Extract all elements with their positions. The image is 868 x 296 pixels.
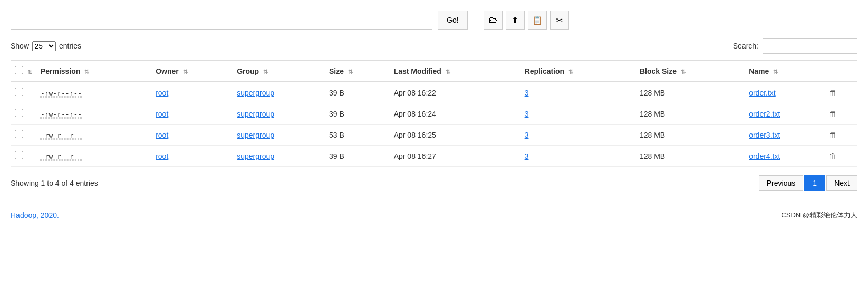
filename-link[interactable]: order4.txt xyxy=(749,152,780,160)
lastmodified-cell: Apr 08 16:27 xyxy=(390,146,520,167)
row-checkbox-3[interactable] xyxy=(15,151,23,159)
document-icon-button[interactable]: 📋 xyxy=(528,11,547,30)
delete-icon[interactable]: 🗑 xyxy=(829,151,837,160)
col-actions xyxy=(825,61,858,82)
owner-link[interactable]: root xyxy=(156,131,168,139)
replication-link[interactable]: 3 xyxy=(525,152,529,160)
entries-suffix: entries xyxy=(59,42,81,50)
col-blocksize: Block Size ⇅ xyxy=(635,61,745,82)
page-1-button[interactable]: 1 xyxy=(804,175,825,191)
delete-icon[interactable]: 🗑 xyxy=(829,130,837,139)
footer-right: CSDN @精彩绝伦体力人 xyxy=(781,211,857,220)
lastmodified-cell: Apr 08 16:24 xyxy=(390,103,520,125)
upload-icon-button[interactable]: ⬆ xyxy=(506,11,525,30)
sort-replication-icon[interactable]: ⇅ xyxy=(568,69,573,75)
next-button[interactable]: Next xyxy=(826,175,857,191)
permission-cell: -rw-r--r-- xyxy=(41,110,82,118)
replication-link[interactable]: 3 xyxy=(525,110,529,118)
permission-cell: -rw-r--r-- xyxy=(41,131,82,139)
col-name: Name ⇅ xyxy=(745,61,824,82)
permission-cell: -rw-r--r-- xyxy=(41,89,82,97)
files-table: ⇅ Permission ⇅ Owner ⇅ Group ⇅ Size ⇅ xyxy=(11,60,857,167)
owner-link[interactable]: root xyxy=(156,152,168,160)
blocksize-cell: 128 MB xyxy=(635,125,745,146)
blocksize-cell: 128 MB xyxy=(635,146,745,167)
size-cell: 39 B xyxy=(325,146,390,167)
col-lastmodified: Last Modified ⇅ xyxy=(390,61,520,82)
delete-icon[interactable]: 🗑 xyxy=(829,109,837,118)
size-cell: 53 B xyxy=(325,125,390,146)
go-button[interactable]: Go! xyxy=(438,11,468,30)
sort-permission-icon[interactable]: ⇅ xyxy=(84,69,89,75)
col-replication: Replication ⇅ xyxy=(520,61,635,82)
col-size: Size ⇅ xyxy=(325,61,390,82)
blocksize-cell: 128 MB xyxy=(635,82,745,103)
previous-button[interactable]: Previous xyxy=(759,175,803,191)
table-row: -rw-r--r-- root supergroup 39 B Apr 08 1… xyxy=(11,103,857,125)
filename-link[interactable]: order3.txt xyxy=(749,131,780,139)
path-input[interactable]: /user/hive/warehouse/itcast.db/tb_order xyxy=(11,11,432,30)
col-owner: Owner ⇅ xyxy=(151,61,233,82)
sort-size-icon[interactable]: ⇅ xyxy=(348,69,353,75)
document-icon: 📋 xyxy=(532,15,543,25)
lastmodified-cell: Apr 08 16:22 xyxy=(390,82,520,103)
filename-link[interactable]: order2.txt xyxy=(749,110,780,118)
replication-link[interactable]: 3 xyxy=(525,89,529,97)
sort-group-icon[interactable]: ⇅ xyxy=(263,69,268,75)
group-link[interactable]: supergroup xyxy=(237,152,274,160)
group-link[interactable]: supergroup xyxy=(237,89,274,97)
group-link[interactable]: supergroup xyxy=(237,110,274,118)
search-input[interactable] xyxy=(763,38,857,54)
filename-link[interactable]: order.txt xyxy=(749,89,776,97)
size-cell: 39 B xyxy=(325,82,390,103)
size-cell: 39 B xyxy=(325,103,390,125)
sort-all-icon: ⇅ xyxy=(27,69,32,75)
row-checkbox-1[interactable] xyxy=(15,109,23,117)
sort-owner-icon[interactable]: ⇅ xyxy=(183,69,188,75)
entries-select[interactable]: 10 25 50 100 xyxy=(32,41,56,51)
sort-lastmodified-icon[interactable]: ⇅ xyxy=(446,69,450,75)
row-checkbox-2[interactable] xyxy=(15,130,23,138)
search-label: Search: xyxy=(733,42,758,50)
sort-blocksize-icon[interactable]: ⇅ xyxy=(681,69,686,75)
owner-link[interactable]: root xyxy=(156,89,168,97)
table-row: -rw-r--r-- root supergroup 39 B Apr 08 1… xyxy=(11,82,857,103)
table-row: -rw-r--r-- root supergroup 39 B Apr 08 1… xyxy=(11,146,857,167)
sort-name-icon[interactable]: ⇅ xyxy=(773,69,778,75)
group-link[interactable]: supergroup xyxy=(237,131,274,139)
lastmodified-cell: Apr 08 16:25 xyxy=(390,125,520,146)
delete-icon[interactable]: 🗑 xyxy=(829,88,837,97)
permission-cell: -rw-r--r-- xyxy=(41,152,82,160)
col-permission: Permission ⇅ xyxy=(36,61,151,82)
col-group: Group ⇅ xyxy=(233,61,325,82)
folder-icon-button[interactable]: 🗁 xyxy=(484,11,503,30)
footer-left: Hadoop, 2020. xyxy=(11,211,59,219)
folder-icon: 🗁 xyxy=(489,15,497,25)
select-all-checkbox[interactable] xyxy=(15,66,23,74)
replication-link[interactable]: 3 xyxy=(525,131,529,139)
copy-icon: ✂ xyxy=(556,15,563,25)
showing-text: Showing 1 to 4 of 4 entries xyxy=(11,179,98,187)
show-label: Show xyxy=(11,42,29,50)
row-checkbox-0[interactable] xyxy=(15,88,23,96)
table-row: -rw-r--r-- root supergroup 53 B Apr 08 1… xyxy=(11,125,857,146)
upload-icon: ⬆ xyxy=(512,15,518,25)
copy-icon-button[interactable]: ✂ xyxy=(550,11,569,30)
blocksize-cell: 128 MB xyxy=(635,103,745,125)
owner-link[interactable]: root xyxy=(156,110,168,118)
